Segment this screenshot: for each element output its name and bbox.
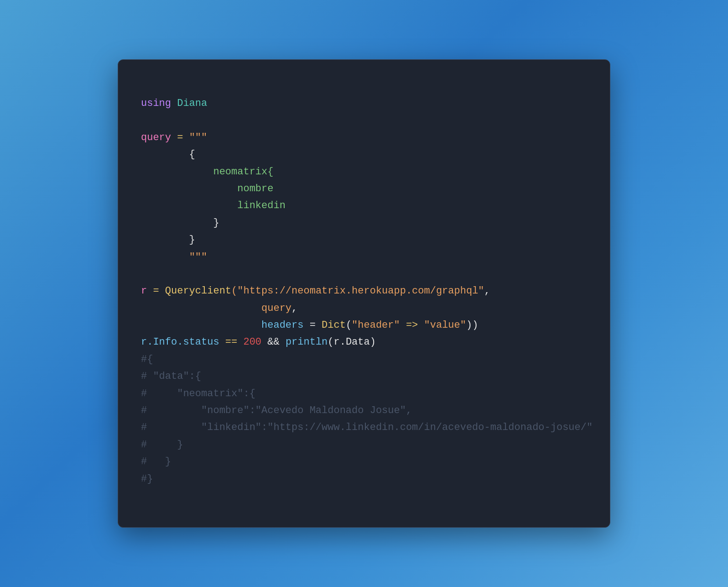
line-8: } <box>141 217 219 229</box>
comment-6: # } <box>141 439 183 451</box>
line-7: linkedin <box>141 200 286 211</box>
line-9: } <box>141 234 195 246</box>
line-12: r = Queryclient("https://neomatrix.herok… <box>141 285 490 297</box>
comment-7: # } <box>141 456 171 467</box>
line-4: { <box>141 149 195 160</box>
line-3: query = """ <box>141 132 207 143</box>
comment-4: # "nombre":"Acevedo Maldonado Josue", <box>141 405 412 416</box>
code-window: using Diana query = """ { neomatrix{ nom… <box>118 59 610 528</box>
comment-5: # "linkedin":"https://www.linkedin.com/i… <box>141 422 593 433</box>
line-10: """ <box>141 252 207 263</box>
line-5: neomatrix{ <box>141 166 273 178</box>
line-13: query, <box>141 303 297 314</box>
code-block: using Diana query = """ { neomatrix{ nom… <box>141 78 587 505</box>
line-1: using Diana <box>141 98 207 109</box>
line-14: headers = Dict("header" => "value")) <box>141 320 478 331</box>
line-6: nombre <box>141 183 273 194</box>
comment-2: # "data":{ <box>141 371 201 382</box>
comment-3: # "neomatrix":{ <box>141 388 255 399</box>
line-15: r.Info.status == 200 && println(r.Data) <box>141 336 376 348</box>
comment-8: #} <box>141 473 153 485</box>
comment-1: #{ <box>141 354 153 365</box>
